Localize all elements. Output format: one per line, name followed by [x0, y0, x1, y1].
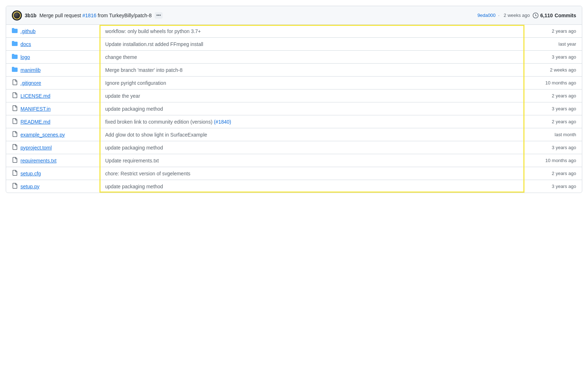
table-row: MANIFEST.inupdate packaging method3 year… — [6, 102, 582, 115]
commit-message-cell: Update installation.rst added FFmpeg ins… — [99, 38, 524, 51]
commit-time: 2 weeks ago — [504, 13, 530, 18]
clock-icon — [533, 13, 538, 18]
commit-message-cell: Merge branch 'master' into patch-8 — [99, 64, 524, 77]
file-name-link[interactable]: manimlib — [20, 67, 41, 73]
file-name-link[interactable]: .github — [20, 28, 36, 34]
folder-icon — [12, 54, 18, 60]
file-name-link[interactable]: setup.py — [20, 184, 39, 189]
commit-message-cell: update packaging method — [99, 102, 524, 115]
file-name-cell: example_scenes.py — [6, 128, 99, 141]
folder-icon — [12, 66, 18, 73]
folder-icon — [12, 28, 18, 34]
file-name-cell: requirements.txt — [6, 154, 99, 167]
file-name-cell: .github — [6, 25, 99, 38]
commit-message-cell: chore: Restrict version of svgelements — [99, 167, 524, 180]
table-row: setup.cfgchore: Restrict version of svge… — [6, 167, 582, 180]
file-name-link[interactable]: .gitignore — [20, 80, 41, 86]
commit-time-cell: 2 weeks ago — [524, 64, 582, 77]
file-icon — [12, 183, 18, 190]
commit-message-cell: fixed broken link to community edition (… — [99, 115, 524, 128]
pr-link[interactable]: #1816 — [83, 13, 97, 18]
commit-time-cell: 3 years ago — [524, 141, 582, 154]
file-icon — [12, 157, 18, 164]
commit-time-cell: last month — [524, 128, 582, 141]
commit-time-cell: 2 years ago — [524, 167, 582, 180]
commit-message-cell: Add glow dot to show light in SurfaceExa… — [99, 128, 524, 141]
file-name-cell: pyproject.toml — [6, 141, 99, 154]
commit-header: 3b1b Merge pull request #1816 from Turke… — [6, 6, 582, 25]
file-icon — [12, 118, 18, 125]
file-name-link[interactable]: README.md — [20, 119, 50, 125]
commit-message-cell: update packaging method — [99, 180, 524, 193]
file-icon — [12, 92, 18, 99]
commit-time-cell: 2 years ago — [524, 89, 582, 102]
more-options[interactable]: ••• — [155, 12, 163, 19]
table-row: pyproject.tomlupdate packaging method3 y… — [6, 141, 582, 154]
file-name-link[interactable]: setup.cfg — [20, 171, 41, 176]
folder-icon — [12, 41, 18, 47]
file-name-link[interactable]: pyproject.toml — [20, 145, 52, 151]
table-row: docsUpdate installation.rst added FFmpeg… — [6, 38, 582, 51]
file-name-cell: .gitignore — [6, 77, 99, 89]
commit-message-cell: update the year — [99, 89, 524, 102]
table-row: README.mdfixed broken link to community … — [6, 115, 582, 128]
branch-name[interactable]: 3b1b — [25, 13, 37, 18]
commit-time-cell: 2 years ago — [524, 115, 582, 128]
file-name-cell: manimlib — [6, 64, 99, 77]
hash-link[interactable]: 9eda000 — [477, 13, 496, 18]
table-row: LICENSE.mdupdate the year2 years ago — [6, 89, 582, 102]
commit-message-cell: update packaging method — [99, 141, 524, 154]
file-name-link[interactable]: logo — [20, 54, 30, 60]
file-name-link[interactable]: LICENSE.md — [20, 93, 50, 99]
commit-message-cell: Update requirements.txt — [99, 154, 524, 167]
table-row: .gitignoreIgnore pyright configuration10… — [6, 77, 582, 89]
commit-message-cell: Ignore pyright configuration — [99, 77, 524, 89]
file-name-cell: logo — [6, 51, 99, 64]
file-name-cell: setup.py — [6, 180, 99, 193]
commit-time-cell: 10 months ago — [524, 77, 582, 89]
file-name-link[interactable]: example_scenes.py — [20, 132, 65, 138]
file-name-cell: LICENSE.md — [6, 89, 99, 102]
commit-message-text: Merge pull request #1816 from TurkeyBill… — [39, 13, 152, 18]
file-name-link[interactable]: requirements.txt — [20, 158, 56, 164]
commit-time-cell: last year — [524, 38, 582, 51]
file-icon — [12, 170, 18, 177]
commit-hash: 9eda000 · — [477, 13, 501, 18]
commit-time-cell: 3 years ago — [524, 102, 582, 115]
file-name-link[interactable]: MANIFEST.in — [20, 106, 51, 112]
table-row: manimlibMerge branch 'master' into patch… — [6, 64, 582, 77]
table-row: logochange theme3 years ago — [6, 51, 582, 64]
commit-time-cell: 3 years ago — [524, 51, 582, 64]
table-row: .githubworkflow: only build wheels for p… — [6, 25, 582, 38]
commit-time-cell: 2 years ago — [524, 25, 582, 38]
table-row: requirements.txtUpdate requirements.txt1… — [6, 154, 582, 167]
commit-pr-link[interactable]: (#1840) — [213, 119, 231, 125]
file-icon — [12, 144, 18, 151]
commits-count-section[interactable]: 6,110 Commits — [533, 13, 576, 18]
commit-time-cell: 3 years ago — [524, 180, 582, 193]
file-name-cell: setup.cfg — [6, 167, 99, 180]
file-icon — [12, 105, 18, 112]
avatar — [12, 10, 22, 20]
file-table: .githubworkflow: only build wheels for p… — [6, 25, 582, 193]
file-icon — [12, 131, 18, 138]
file-name-cell: MANIFEST.in — [6, 102, 99, 115]
table-row: example_scenes.pyAdd glow dot to show li… — [6, 128, 582, 141]
commit-message-cell: workflow: only build wheels for python 3… — [99, 25, 524, 38]
commit-message-cell: change theme — [99, 51, 524, 64]
table-row: setup.pyupdate packaging method3 years a… — [6, 180, 582, 193]
commit-time-cell: 10 months ago — [524, 154, 582, 167]
file-icon — [12, 79, 18, 86]
file-name-cell: README.md — [6, 115, 99, 128]
file-name-link[interactable]: docs — [20, 41, 31, 47]
file-name-cell: docs — [6, 38, 99, 51]
